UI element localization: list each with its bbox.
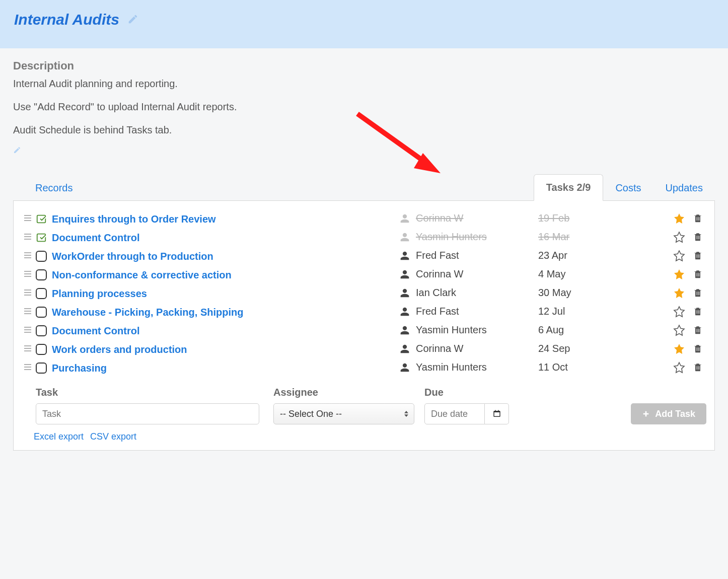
- task-due-date: 6 Aug: [538, 324, 669, 336]
- task-assignee: Yasmin Hunters: [400, 231, 538, 243]
- page-title-text: Internal Audits: [14, 11, 119, 28]
- task-field-label: Task: [36, 387, 259, 398]
- add-task-form: Task Assignee -- Select One -- Due: [22, 387, 706, 424]
- checkbox-unchecked-icon[interactable]: [34, 250, 49, 262]
- person-icon: [400, 251, 410, 261]
- task-name-link[interactable]: WorkOrder through to Production: [49, 250, 400, 263]
- task-assignee: Ian Clark: [400, 287, 538, 299]
- checkbox-unchecked-icon[interactable]: [34, 324, 49, 336]
- star-empty-icon[interactable]: [669, 250, 689, 262]
- trash-icon[interactable]: [689, 361, 706, 373]
- task-name-link[interactable]: Planning processes: [49, 287, 400, 301]
- pencil-icon[interactable]: [127, 11, 138, 28]
- drag-handle-icon[interactable]: [22, 306, 34, 315]
- page-header: Internal Audits: [0, 0, 728, 48]
- trash-icon[interactable]: [689, 250, 706, 261]
- task-due-date: 30 May: [538, 287, 669, 299]
- tab-records[interactable]: Records: [23, 175, 85, 201]
- drag-handle-icon[interactable]: [22, 250, 34, 259]
- task-assignee: Yasmin Hunters: [400, 361, 538, 373]
- tab-updates[interactable]: Updates: [653, 175, 715, 201]
- task-assignee: Fred Fast: [400, 306, 538, 317]
- task-assignee: Yasmin Hunters: [400, 324, 538, 336]
- task-name-link[interactable]: Warehouse - Picking, Packing, Shipping: [49, 306, 400, 319]
- task-due-date: 23 Apr: [538, 250, 669, 261]
- drag-handle-icon[interactable]: [22, 287, 34, 296]
- checkbox-checked-icon[interactable]: [34, 231, 49, 243]
- tab-tasks[interactable]: Tasks 2/9: [534, 174, 604, 201]
- person-icon: [400, 363, 410, 373]
- trash-icon[interactable]: [689, 287, 706, 298]
- trash-icon[interactable]: [689, 231, 706, 242]
- drag-handle-icon[interactable]: [22, 212, 34, 222]
- task-assignee: Fred Fast: [400, 250, 538, 261]
- task-due-date: 11 Oct: [538, 361, 669, 373]
- drag-handle-icon[interactable]: [22, 268, 34, 277]
- task-row: Warehouse - Picking, Packing, ShippingFr…: [22, 303, 706, 322]
- checkbox-unchecked-icon[interactable]: [34, 268, 49, 280]
- assignee-field-label: Assignee: [273, 387, 414, 398]
- task-assignee: Corinna W: [400, 343, 538, 354]
- drag-handle-icon[interactable]: [22, 231, 34, 240]
- task-due-date: 12 Jul: [538, 306, 669, 317]
- trash-icon[interactable]: [689, 268, 706, 279]
- task-name-link[interactable]: Enquires through to Order Review: [49, 212, 400, 226]
- description-line-1: Internal Audit planning and reporting.: [13, 77, 715, 91]
- export-links: Excel export CSV export: [22, 431, 706, 442]
- task-row: WorkOrder through to ProductionFred Fast…: [22, 247, 706, 266]
- person-icon: [400, 288, 410, 298]
- task-name-link[interactable]: Document Control: [49, 231, 400, 245]
- checkbox-unchecked-icon[interactable]: [34, 306, 49, 318]
- star-empty-icon[interactable]: [669, 231, 689, 243]
- checkbox-unchecked-icon[interactable]: [34, 287, 49, 299]
- calendar-icon[interactable]: [485, 403, 509, 424]
- trash-icon[interactable]: [689, 306, 706, 317]
- star-empty-icon[interactable]: [669, 361, 689, 374]
- checkbox-unchecked-icon[interactable]: [34, 361, 49, 374]
- task-assignee: Corinna W: [400, 268, 538, 280]
- person-icon: [400, 325, 410, 335]
- drag-handle-icon[interactable]: [22, 324, 34, 333]
- trash-icon[interactable]: [689, 343, 706, 354]
- add-task-button[interactable]: Add Task: [631, 403, 706, 424]
- task-row: Planning processesIan Clark30 May: [22, 284, 706, 303]
- task-name-link[interactable]: Document Control: [49, 324, 400, 338]
- task-name-link[interactable]: Work orders and production: [49, 343, 400, 356]
- person-icon: [400, 307, 410, 317]
- csv-export-link[interactable]: CSV export: [90, 431, 136, 442]
- tab-costs[interactable]: Costs: [603, 175, 653, 201]
- person-icon: [400, 232, 410, 242]
- task-name-link[interactable]: Purchasing: [49, 361, 400, 375]
- tasks-panel: Enquires through to Order ReviewCorinna …: [13, 201, 715, 451]
- trash-icon[interactable]: [689, 212, 706, 224]
- person-icon: [400, 269, 410, 279]
- person-icon: [400, 344, 410, 354]
- star-empty-icon[interactable]: [669, 306, 689, 318]
- checkbox-checked-icon[interactable]: [34, 212, 49, 225]
- drag-handle-icon[interactable]: [22, 361, 34, 371]
- task-due-date: 16 Mar: [538, 231, 669, 243]
- task-row: Document ControlYasmin Hunters16 Mar: [22, 229, 706, 247]
- drag-handle-icon[interactable]: [22, 343, 34, 352]
- task-assignee: Corinna W: [400, 212, 538, 224]
- checkbox-unchecked-icon[interactable]: [34, 343, 49, 355]
- star-filled-icon[interactable]: [669, 343, 689, 355]
- excel-export-link[interactable]: Excel export: [34, 431, 84, 442]
- task-row: Non-conformance & corrective actionCorin…: [22, 266, 706, 284]
- task-input[interactable]: [36, 403, 259, 424]
- star-filled-icon[interactable]: [669, 212, 689, 225]
- star-filled-icon[interactable]: [669, 287, 689, 299]
- assignee-select[interactable]: -- Select One --: [273, 403, 414, 424]
- due-date-input[interactable]: [424, 403, 485, 424]
- task-name-link[interactable]: Non-conformance & corrective action: [49, 268, 400, 282]
- task-due-date: 24 Sep: [538, 343, 669, 354]
- star-empty-icon[interactable]: [669, 324, 689, 336]
- trash-icon[interactable]: [689, 324, 706, 335]
- task-due-date: 19 Feb: [538, 212, 669, 224]
- star-filled-icon[interactable]: [669, 268, 689, 280]
- due-field-label: Due: [424, 387, 525, 398]
- svg-line-3: [357, 114, 428, 164]
- edit-description-icon[interactable]: [13, 146, 21, 156]
- task-row: Work orders and productionCorinna W24 Se…: [22, 340, 706, 359]
- description-label: Description: [13, 59, 715, 73]
